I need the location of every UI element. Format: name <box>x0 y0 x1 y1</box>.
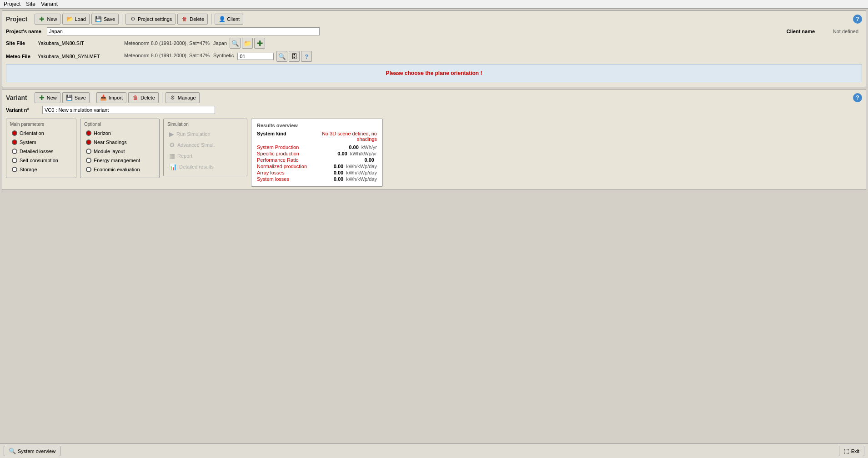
param-self-consumption[interactable]: Self-consumption <box>10 157 72 164</box>
main-params-title: Main parameters <box>10 122 72 127</box>
site-file-actions: 🔍 📁 ✚ <box>230 38 294 49</box>
site-add-button[interactable]: ✚ <box>254 38 265 49</box>
array-losses-label: Array losses <box>257 170 285 175</box>
horizon-radio <box>86 130 91 136</box>
main-params-box: Main parameters Orientation System Detai… <box>6 119 76 178</box>
results-normalized-production: Normalized production 0.00 kWh/kWp/day <box>257 164 377 169</box>
optional-params-title: Optional <box>84 122 156 127</box>
client-name-label: Client name <box>787 29 828 34</box>
project-name-label: Project's name <box>6 29 47 34</box>
variant-manage-button[interactable]: ⚙ Manage <box>166 92 200 103</box>
project-settings-button[interactable]: ⚙ Project settings <box>125 14 176 25</box>
variant-toolbar: ✚ New 💾 Save 📥 Import 🗑 Delete <box>35 92 200 103</box>
param-near-shadings[interactable]: Near Shadings <box>84 139 156 146</box>
save-icon: 💾 <box>95 15 102 23</box>
performance-ratio-value: 0.00 <box>365 157 377 163</box>
project-help-button[interactable]: ? <box>853 15 862 24</box>
meteo-file-dropdown[interactable]: 01 02 <box>237 53 274 60</box>
variant-manage-icon: ⚙ <box>169 94 176 101</box>
settings-icon: ⚙ <box>129 15 136 23</box>
site-folder-button[interactable]: 📁 <box>242 38 253 49</box>
simulation-box: Simulation ▶ Run Simulation ⚙ Advanced S… <box>163 119 247 176</box>
meteo-file-meta2: Synthetic <box>213 53 234 60</box>
param-economic-evaluation[interactable]: Economic evaluation <box>84 166 156 173</box>
report-button: ▦ Report <box>167 151 243 160</box>
run-simulation-label: Run Simulation <box>176 131 211 137</box>
system-losses-label: System losses <box>257 176 289 182</box>
variant-import-icon: 📥 <box>100 94 107 101</box>
toolbar-divider <box>122 14 122 25</box>
client-icon: 👤 <box>218 15 226 23</box>
save-button[interactable]: 💾 Save <box>91 14 119 25</box>
delete-icon: 🗑 <box>181 15 188 23</box>
advanced-simul-button: ⚙ Advanced Simul. <box>167 140 243 149</box>
variant-help-button[interactable]: ? <box>853 93 862 102</box>
delete-button[interactable]: 🗑 Delete <box>177 14 208 25</box>
menu-project[interactable]: Project <box>4 1 20 7</box>
load-button[interactable]: 📂 Load <box>62 14 89 25</box>
variant-save-icon: 💾 <box>66 94 73 101</box>
system-production-num: 0.00 <box>349 144 358 150</box>
variant-divider2 <box>162 92 162 103</box>
energy-management-label: Energy management <box>94 158 140 163</box>
module-layout-radio <box>86 149 91 154</box>
menu-site[interactable]: Site <box>26 1 35 7</box>
system-production-label: System Production <box>257 144 299 150</box>
detailed-losses-radio <box>12 149 17 154</box>
menu-variant[interactable]: Variant <box>41 1 58 7</box>
site-file-meta: Meteonorm 8.0 (1991-2000), Sat=47% Japan <box>124 40 227 46</box>
project-toolbar: ✚ New 📂 Load 💾 Save ⚙ Project setting <box>35 14 243 25</box>
info-box: Please choose the plane orientation ! <box>6 64 862 82</box>
energy-management-radio <box>86 158 91 163</box>
site-file-label: Site File <box>6 40 38 46</box>
param-storage[interactable]: Storage <box>10 166 72 173</box>
meteo-file-row: Meteo File Yakubara_MN80_SYN.MET Meteono… <box>6 51 862 62</box>
meteo-file-meta1: Meteonorm 8.0 (1991-2000), Sat=47% <box>124 53 210 60</box>
param-detailed-losses[interactable]: Detailed losses <box>10 148 72 155</box>
meteo-db-button[interactable]: 🗄 <box>289 51 300 62</box>
variant-delete-button[interactable]: 🗑 Delete <box>128 92 159 103</box>
results-box: Results overview System kind No 3D scene… <box>251 119 383 187</box>
near-shadings-label: Near Shadings <box>94 139 127 145</box>
param-system[interactable]: System <box>10 139 72 146</box>
detailed-results-label: Detailed results <box>179 164 214 169</box>
normalized-production-unit: kWh/kWp/day <box>346 164 377 169</box>
param-horizon[interactable]: Horizon <box>84 129 156 137</box>
variant-section: Variant ✚ New 💾 Save 📥 Import <box>2 89 866 190</box>
results-performance-ratio: Performance Ratio 0.00 <box>257 157 377 163</box>
specific-production-value: 0.00 kWh/kWp/yr <box>337 151 377 156</box>
site-search-button[interactable]: 🔍 <box>230 38 241 49</box>
run-simulation-button: ▶ Run Simulation <box>167 129 243 139</box>
variant-select[interactable]: VC0 : New simulation variant <box>42 106 215 114</box>
system-production-unit: kWh/yr <box>361 144 377 150</box>
orientation-radio <box>12 130 17 136</box>
meteo-search-button[interactable]: 🔍 <box>276 51 287 62</box>
load-icon: 📂 <box>66 15 73 23</box>
variant-import-button[interactable]: 📥 Import <box>96 92 126 103</box>
project-name-input[interactable] <box>47 27 320 35</box>
normalized-production-num: 0.00 <box>334 164 343 169</box>
variant-save-button[interactable]: 💾 Save <box>62 92 90 103</box>
normalized-production-label: Normalized production <box>257 164 307 169</box>
param-energy-management[interactable]: Energy management <box>84 157 156 164</box>
array-losses-value: 0.00 kWh/kWp/day <box>334 170 377 175</box>
optional-params-box: Optional Horizon Near Shadings Module la… <box>80 119 160 178</box>
horizon-label: Horizon <box>94 130 111 136</box>
run-icon: ▶ <box>169 130 174 138</box>
detailed-results-icon: 📊 <box>169 163 177 170</box>
param-module-layout[interactable]: Module layout <box>84 148 156 155</box>
system-label: System <box>20 139 36 145</box>
new-button[interactable]: ✚ New <box>35 14 60 25</box>
param-orientation[interactable]: Orientation <box>10 129 72 137</box>
detailed-results-button: 📊 Detailed results <box>167 162 243 171</box>
client-button[interactable]: 👤 Client <box>215 14 243 25</box>
variant-number-row: Variant n° VC0 : New simulation variant <box>6 106 862 114</box>
project-section-header: Project ✚ New 📂 Load 💾 Save <box>6 14 862 25</box>
variant-new-button[interactable]: ✚ New <box>35 92 60 103</box>
menu-bar: Project Site Variant <box>0 0 868 9</box>
array-losses-num: 0.00 <box>334 170 343 175</box>
meteo-help-button[interactable]: ? <box>301 51 312 62</box>
site-file-name: Yakubara_MN80.SIT <box>38 40 124 46</box>
performance-ratio-num: 0.00 <box>365 157 374 163</box>
variant-title: Variant <box>6 94 27 101</box>
